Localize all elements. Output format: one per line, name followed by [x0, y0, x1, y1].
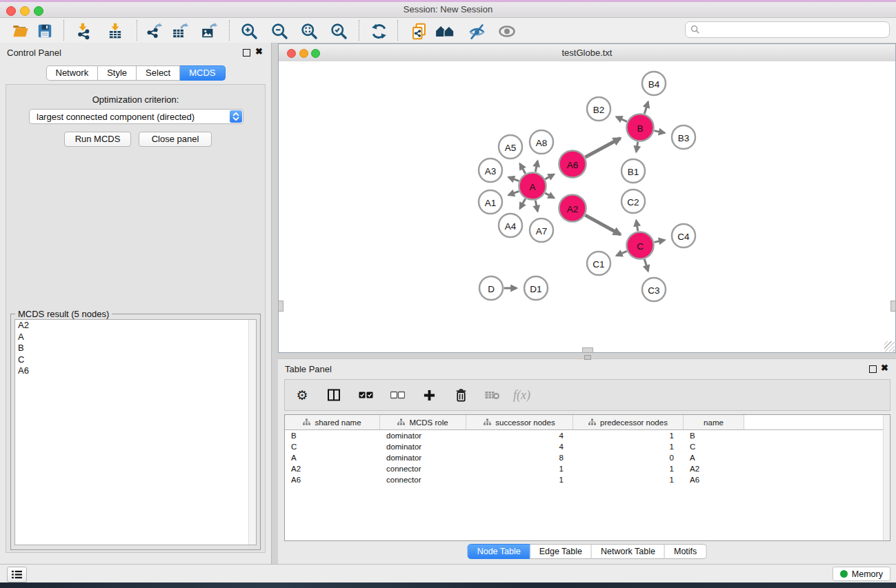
cell[interactable]: connector — [380, 476, 466, 484]
network-window-titlebar[interactable]: testGlobe.txt — [279, 44, 895, 62]
graph-node-B4[interactable]: B4 — [642, 72, 666, 95]
deselect-all-unchecked-icon[interactable] — [389, 386, 406, 404]
graph-node-C3[interactable]: C3 — [642, 278, 666, 301]
graph-edge-A-A7[interactable] — [535, 201, 537, 212]
graph-node-B3[interactable]: B3 — [672, 125, 695, 149]
table-row-a2[interactable]: A2connector11A2 — [285, 463, 890, 474]
graph-node-A6[interactable]: A6 — [559, 151, 586, 178]
settings-gear-icon[interactable]: ⚙ — [294, 386, 310, 404]
cell[interactable]: 1 — [573, 476, 684, 484]
export-network-button[interactable] — [143, 21, 164, 41]
graph-node-D[interactable]: D — [479, 276, 503, 300]
window-edge-grabber[interactable] — [582, 347, 593, 353]
cell[interactable]: 1 — [573, 432, 684, 440]
graph-node-A7[interactable]: A7 — [530, 219, 553, 242]
graph-node-D1[interactable]: D1 — [524, 276, 548, 300]
close-table-panel-icon[interactable]: ✖ — [881, 363, 888, 374]
column-header-successor-nodes[interactable]: successor nodes — [466, 415, 573, 429]
cell[interactable]: B — [285, 432, 380, 440]
cell[interactable]: C — [285, 443, 380, 451]
tab-style[interactable]: Style — [98, 65, 137, 81]
cell[interactable]: connector — [380, 465, 466, 473]
graph-edge-A-A3[interactable] — [508, 177, 519, 181]
save-session-button[interactable] — [34, 21, 55, 41]
export-image-button[interactable] — [199, 21, 219, 41]
import-network-button[interactable] — [73, 21, 94, 41]
zoom-in-button[interactable] — [239, 21, 259, 41]
open-session-button[interactable] — [10, 21, 30, 41]
zoom-fit-button[interactable] — [299, 21, 319, 41]
cell[interactable]: 1 — [466, 476, 573, 484]
graph-edge-A-A2[interactable] — [545, 193, 554, 198]
delete-column-trash-icon[interactable] — [452, 386, 469, 404]
graph-node-A2[interactable]: A2 — [559, 195, 586, 222]
graph-edge-A-A1[interactable] — [508, 191, 519, 195]
tab-network-table[interactable]: Network Table — [592, 544, 665, 559]
cell[interactable]: 8 — [466, 454, 573, 462]
cell[interactable]: 4 — [466, 432, 573, 440]
graph-node-C4[interactable]: C4 — [672, 224, 695, 247]
tab-select[interactable]: Select — [137, 65, 180, 81]
tab-mcds[interactable]: MCDS — [180, 65, 225, 81]
graph-edge-A-A6[interactable] — [545, 174, 554, 179]
delete-table-icon[interactable] — [484, 386, 501, 404]
show-selected-button[interactable] — [497, 21, 517, 41]
graph-edge-A-A4[interactable] — [520, 199, 526, 208]
hide-selected-button[interactable] — [466, 21, 487, 41]
graph-node-B[interactable]: B — [627, 114, 654, 141]
cell[interactable]: dominator — [380, 454, 466, 462]
graph-edge-B-B1[interactable] — [636, 142, 637, 152]
network-canvas[interactable]: B4B2BB3A8A5A6A3B1AA1C2A2A4A7C4CC1C3DD1 — [279, 61, 895, 352]
cell[interactable]: A6 — [684, 476, 744, 484]
float-panel-icon[interactable] — [243, 49, 250, 57]
search-input[interactable] — [704, 23, 886, 36]
tab-node-table[interactable]: Node Table — [468, 544, 530, 559]
cell[interactable]: A2 — [285, 465, 380, 473]
result-item-a2[interactable]: A2 — [15, 320, 256, 332]
graph-node-A1[interactable]: A1 — [479, 190, 502, 214]
cell[interactable]: A6 — [285, 476, 380, 484]
graph-node-B2[interactable]: B2 — [587, 97, 610, 121]
cell[interactable]: A2 — [684, 465, 744, 473]
graph-edge-B-B2[interactable] — [617, 117, 627, 122]
result-item-b[interactable]: B — [15, 343, 256, 354]
criterion-dropdown[interactable]: largest connected component (directed) — [29, 109, 243, 124]
column-header-name[interactable]: name — [684, 415, 744, 429]
graph-edge-C-C1[interactable] — [617, 251, 627, 256]
select-all-checked-icon[interactable] — [357, 386, 374, 404]
home-button[interactable] — [435, 21, 455, 41]
import-table-button[interactable] — [105, 21, 126, 41]
cell[interactable]: 1 — [573, 443, 684, 451]
tab-network[interactable]: Network — [46, 65, 98, 81]
close-panel-icon[interactable]: ✖ — [255, 46, 263, 57]
memory-button[interactable]: Memory — [833, 567, 890, 581]
table-row-b[interactable]: Bdominator41B — [285, 430, 890, 441]
graph-node-A5[interactable]: A5 — [499, 135, 522, 159]
graph-edge-A2-C[interactable] — [585, 215, 620, 234]
graph-node-A3[interactable]: A3 — [479, 159, 502, 182]
tab-edge-table[interactable]: Edge Table — [530, 544, 592, 559]
cell[interactable]: B — [684, 432, 744, 440]
cell[interactable]: 1 — [573, 465, 684, 473]
run-mcds-button[interactable]: Run MCDS — [64, 132, 131, 147]
zoom-selected-button[interactable] — [328, 21, 349, 41]
graph-edge-B-B3[interactable] — [655, 131, 665, 133]
cell[interactable]: C — [684, 443, 744, 451]
result-item-a6[interactable]: A6 — [15, 365, 256, 377]
window-edge-grabber[interactable] — [278, 301, 283, 312]
table-row-a6[interactable]: A6connector11A6 — [285, 474, 890, 485]
close-panel-button[interactable]: Close panel — [139, 132, 212, 147]
table-row-a[interactable]: Adominator80A — [285, 452, 890, 463]
copy-network-button[interactable] — [408, 21, 429, 41]
graph-node-A[interactable]: A — [519, 173, 546, 200]
graph-edge-C-C4[interactable] — [655, 240, 665, 242]
float-table-panel-icon[interactable] — [869, 365, 877, 373]
pane-divider-grabber[interactable] — [584, 355, 591, 360]
window-resize-grip[interactable] — [884, 341, 895, 352]
result-list-scrollbar[interactable] — [248, 320, 256, 545]
cell[interactable]: A — [285, 454, 380, 462]
graph-node-C2[interactable]: C2 — [621, 190, 645, 213]
graph-edge-C-C3[interactable] — [644, 259, 648, 271]
window-edge-grabber[interactable] — [890, 301, 896, 312]
column-header-predecessor-nodes[interactable]: predecessor nodes — [573, 415, 684, 429]
